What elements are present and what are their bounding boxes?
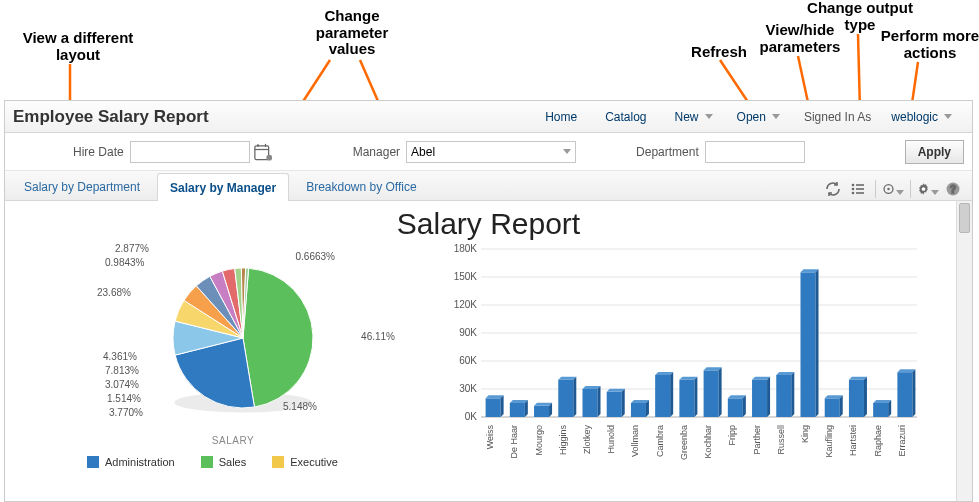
- svg-rect-90: [897, 372, 912, 417]
- tab-breakdown-by-office[interactable]: Breakdown by Office: [293, 172, 430, 200]
- tab-salary-by-manager[interactable]: Salary by Manager: [157, 173, 289, 201]
- app-window: Employee Salary Report Home Catalog New …: [4, 100, 973, 502]
- annotation-view-layout: View a different layout: [8, 30, 148, 63]
- svg-rect-60: [655, 375, 670, 417]
- hire-date-input[interactable]: [130, 141, 250, 163]
- help-icon[interactable]: ?: [942, 178, 964, 200]
- svg-rect-48: [558, 380, 573, 417]
- nav-home[interactable]: Home: [531, 110, 591, 124]
- svg-rect-39: [486, 398, 501, 417]
- legend-swatch: [87, 456, 99, 468]
- svg-marker-56: [622, 389, 625, 417]
- svg-marker-82: [825, 395, 843, 398]
- svg-marker-77: [791, 372, 794, 417]
- svg-marker-73: [752, 377, 770, 380]
- svg-marker-44: [525, 400, 528, 417]
- svg-marker-76: [776, 372, 794, 375]
- svg-marker-83: [840, 395, 843, 417]
- svg-marker-85: [849, 377, 867, 380]
- svg-text:30K: 30K: [459, 383, 477, 394]
- svg-text:Mourgo: Mourgo: [534, 425, 544, 456]
- nav-open[interactable]: Open: [723, 110, 790, 124]
- bar-chart: 0K30K60K90K120K150K180KWeissDe HaarMourg…: [443, 243, 923, 473]
- pie-label: 3.770%: [109, 407, 143, 418]
- svg-marker-70: [728, 395, 746, 398]
- department-input[interactable]: [705, 141, 805, 163]
- actions-gear-button[interactable]: [917, 178, 939, 200]
- tab-salary-by-department[interactable]: Salary by Department: [11, 172, 153, 200]
- svg-marker-86: [864, 377, 867, 417]
- svg-marker-64: [679, 377, 697, 380]
- svg-text:Russell: Russell: [776, 425, 786, 455]
- annotation-change-output: Change output type: [800, 0, 920, 33]
- svg-rect-84: [849, 380, 864, 417]
- pie-label: 46.11%: [361, 331, 395, 342]
- svg-text:?: ?: [950, 184, 956, 195]
- svg-text:180K: 180K: [454, 243, 478, 254]
- svg-text:King: King: [800, 425, 810, 443]
- pie-label: 5.148%: [283, 401, 317, 412]
- svg-point-12: [852, 184, 855, 187]
- legend: Administration Sales Executive: [43, 446, 423, 468]
- svg-rect-72: [752, 380, 767, 417]
- svg-text:0K: 0K: [465, 411, 478, 422]
- legend-item: Administration: [87, 456, 175, 468]
- manager-label: Manager: [353, 145, 400, 159]
- pie-label: 3.074%: [105, 379, 139, 390]
- chevron-down-icon: [772, 114, 780, 119]
- svg-point-14: [852, 188, 855, 191]
- svg-text:Raphae: Raphae: [873, 425, 883, 457]
- parameter-bar: Hire Date Manager Abel Department Apply: [5, 133, 972, 171]
- output-type-button[interactable]: [882, 178, 904, 200]
- svg-marker-41: [501, 395, 504, 417]
- annotation-change-params: Change parameter values: [282, 8, 422, 58]
- refresh-icon[interactable]: [822, 178, 844, 200]
- svg-text:Kochhar: Kochhar: [703, 425, 713, 459]
- svg-marker-40: [486, 395, 504, 398]
- pie-label: 23.68%: [97, 287, 131, 298]
- nav-signed-in-label: Signed In As: [790, 110, 877, 124]
- svg-marker-74: [767, 377, 770, 417]
- svg-text:120K: 120K: [454, 299, 478, 310]
- svg-marker-58: [631, 400, 649, 403]
- svg-rect-75: [776, 375, 791, 417]
- nav-user-menu[interactable]: weblogic: [877, 110, 962, 124]
- page-title: Employee Salary Report: [5, 107, 209, 127]
- svg-rect-66: [704, 370, 719, 417]
- svg-marker-49: [558, 377, 576, 380]
- svg-rect-42: [510, 403, 525, 417]
- svg-rect-51: [582, 389, 597, 417]
- svg-marker-52: [582, 386, 600, 389]
- svg-rect-69: [728, 398, 743, 417]
- nav-new[interactable]: New: [661, 110, 723, 124]
- report-canvas: Salary Report 46.11% 0.6663% 2.877% 0.98…: [5, 201, 972, 501]
- title-bar: Employee Salary Report Home Catalog New …: [5, 101, 972, 133]
- svg-point-11: [266, 154, 272, 160]
- chevron-down-icon: [705, 114, 713, 119]
- svg-point-20: [922, 187, 926, 191]
- scrollbar-thumb[interactable]: [959, 203, 970, 233]
- apply-button[interactable]: Apply: [905, 140, 964, 164]
- svg-text:Cambra: Cambra: [655, 425, 665, 457]
- svg-text:Hunold: Hunold: [606, 425, 616, 454]
- chevron-down-icon: [931, 190, 939, 195]
- svg-text:Kaufling: Kaufling: [824, 425, 834, 458]
- svg-text:Hartstei: Hartstei: [848, 425, 858, 456]
- legend-swatch: [201, 456, 213, 468]
- nav-catalog[interactable]: Catalog: [591, 110, 660, 124]
- separator: [910, 180, 911, 198]
- svg-marker-92: [912, 369, 915, 417]
- svg-marker-46: [534, 403, 552, 406]
- manager-select[interactable]: Abel: [406, 141, 576, 163]
- calendar-icon[interactable]: [253, 142, 273, 162]
- chevron-down-icon: [896, 190, 904, 195]
- hire-date-label: Hire Date: [73, 145, 124, 159]
- scrollbar[interactable]: [956, 201, 972, 501]
- svg-text:60K: 60K: [459, 355, 477, 366]
- report-title: Salary Report: [5, 201, 972, 243]
- pie-label: 0.9843%: [105, 257, 144, 268]
- svg-text:90K: 90K: [459, 327, 477, 338]
- parameters-icon[interactable]: [847, 178, 869, 200]
- svg-rect-78: [800, 272, 815, 417]
- svg-text:Errazuri: Errazuri: [897, 425, 907, 457]
